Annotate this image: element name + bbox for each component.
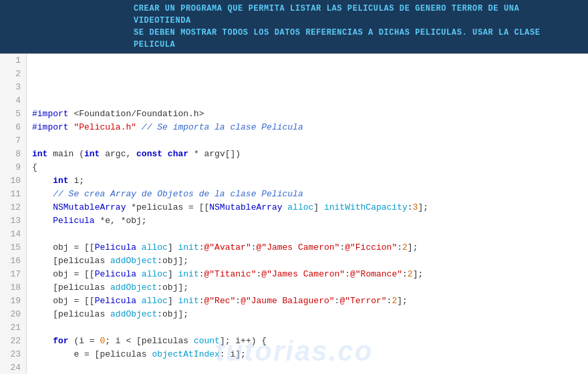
line-num: 24 [10,361,21,374]
line-num: 21 [10,321,21,335]
code-line [32,321,588,335]
code-line [32,361,588,374]
line-num: 4 [15,94,21,108]
banner-line2: SE DEBEN MOSTRAR TODOS LOS DATOS REFEREN… [134,28,541,49]
line-num: 18 [10,281,21,295]
line-num: 2 [15,67,21,81]
line-numbers: 1 2 3 4 5 6 7 8 9 10 11 12 13 14 15 16 1… [0,54,27,374]
code-line: e = [peliculas objectAtIndex: i]; [32,348,588,361]
line-num: 6 [15,121,21,134]
comment-banner: CREAR UN PROGRAMA QUE PERMITA LISTAR LAS… [0,0,588,54]
line-num: 20 [10,308,21,321]
code-line: { [32,161,588,174]
line-num: 7 [15,134,21,148]
code-line: obj = [[Pelicula alloc] init:@"Rec":@"Ja… [32,295,588,308]
code-line: Pelicula *e, *obj; [32,214,588,228]
code-line: obj = [[Pelicula alloc] init:@"Titanic":… [32,268,588,281]
code-line: int i; [32,174,588,188]
code-line: #import "Pelicula.h" // Se importa la cl… [32,121,588,134]
code-line: for (i = 0; i < [peliculas count]; i++) … [32,335,588,348]
line-num: 14 [10,228,21,241]
line-num: 16 [10,254,21,268]
line-num: 11 [10,188,21,201]
line-num: 12 [10,201,21,214]
code-lines: #import <Foundation/Foundation.h> #impor… [27,54,588,374]
code-editor: CREAR UN PROGRAMA QUE PERMITA LISTAR LAS… [0,0,588,374]
line-num: 19 [10,295,21,308]
line-num: 15 [10,241,21,254]
code-line [32,228,588,241]
line-num: 23 [10,348,21,361]
code-area: 1 2 3 4 5 6 7 8 9 10 11 12 13 14 15 16 1… [0,54,588,374]
banner-line1: CREAR UN PROGRAMA QUE PERMITA LISTAR LAS… [134,4,519,25]
code-line: NSMutableArray *peliculas = [[NSMutableA… [32,201,588,214]
line-num: 9 [15,161,21,174]
line-num: 3 [15,81,21,94]
code-line: int main (int argc, const char * argv[]) [32,148,588,161]
code-line [32,94,588,108]
code-line: [peliculas addObject:obj]; [32,281,588,295]
line-num: 22 [10,335,21,348]
line-num: 5 [15,108,21,121]
code-line: // Se crea Array de Objetos de la clase … [32,188,588,201]
line-num: 10 [10,174,21,188]
code-line [32,134,588,148]
line-num: 17 [10,268,21,281]
code-line [32,54,588,67]
line-num: 1 [15,54,21,67]
code-line: #import <Foundation/Foundation.h> [32,108,588,121]
code-line [32,67,588,81]
line-num: 13 [10,214,21,228]
line-num: 8 [15,148,21,161]
code-line [32,81,588,94]
code-line: obj = [[Pelicula alloc] init:@"Avatar":@… [32,241,588,254]
code-line: [peliculas addObject:obj]; [32,308,588,321]
code-line: [peliculas addObject:obj]; [32,254,588,268]
